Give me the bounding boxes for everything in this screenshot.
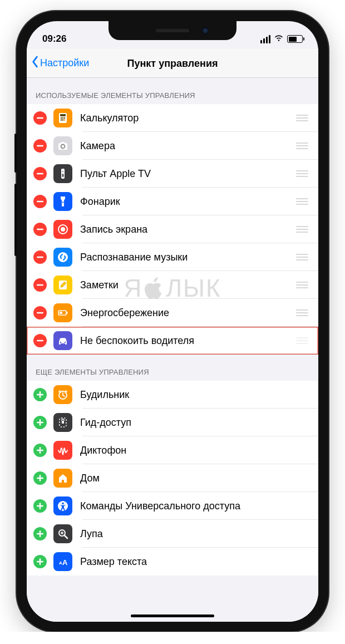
- row-label: Гид-доступ: [80, 417, 318, 429]
- section-header-more: ЕЩЕ ЭЛЕМЕНТЫ УПРАВЛЕНИЯ: [27, 355, 318, 381]
- row-label: Команды Универсального доступа: [80, 500, 318, 512]
- reorder-grip-icon[interactable]: [294, 226, 310, 233]
- add-button[interactable]: [33, 416, 47, 429]
- list-row[interactable]: Камера: [27, 132, 318, 160]
- row-label: Распознавание музыки: [80, 252, 294, 263]
- wifi-icon: [274, 33, 284, 45]
- nav-bar: Настройки Пункт управления: [27, 49, 318, 78]
- list-more: БудильникГид-доступДиктофонДомКоманды Ун…: [27, 381, 318, 576]
- camera-icon: [53, 136, 72, 155]
- back-label: Настройки: [40, 57, 89, 69]
- remove-button[interactable]: [33, 278, 47, 292]
- phone-frame: 09:26 Настройки Пункт управления ИСПОЛЬЗ…: [17, 11, 328, 632]
- battery-icon: [287, 35, 303, 43]
- row-label: Будильник: [80, 389, 318, 401]
- chevron-left-icon: [31, 56, 39, 71]
- reorder-grip-icon[interactable]: [294, 309, 310, 316]
- row-label: Заметки: [80, 279, 294, 291]
- remove-button[interactable]: [33, 167, 47, 180]
- list-row[interactable]: Заметки: [27, 271, 318, 299]
- alarm-icon: [53, 385, 72, 404]
- list-row[interactable]: Будильник: [27, 381, 318, 409]
- textsize-icon: [53, 552, 72, 571]
- list-row[interactable]: Гид-доступ: [27, 409, 318, 436]
- reorder-grip-icon[interactable]: [294, 170, 310, 177]
- reorder-grip-icon[interactable]: [294, 337, 310, 344]
- remove-button[interactable]: [33, 139, 47, 153]
- cellular-icon: [260, 35, 270, 43]
- list-row[interactable]: Фонарик: [27, 188, 318, 215]
- list-row[interactable]: Размер текста: [27, 548, 318, 576]
- add-button[interactable]: [33, 527, 47, 540]
- row-label: Фонарик: [80, 196, 294, 208]
- content: Настройки Пункт управления ИСПОЛЬЗУЕМЫЕ …: [27, 49, 318, 622]
- list-included: КалькуляторКамераПульт Apple TVФонарикЗа…: [27, 104, 318, 355]
- shazam-icon: [53, 248, 72, 267]
- remove-button[interactable]: [33, 306, 47, 319]
- remove-button[interactable]: [33, 334, 47, 347]
- section-header-included: ИСПОЛЬЗУЕМЫЕ ЭЛЕМЕНТЫ УПРАВЛЕНИЯ: [27, 78, 318, 104]
- battery-icon: [53, 303, 72, 322]
- access-icon: [53, 496, 72, 515]
- list-row[interactable]: Дом: [27, 464, 318, 492]
- reorder-grip-icon[interactable]: [294, 282, 310, 288]
- list-row[interactable]: Диктофон: [27, 436, 318, 464]
- row-label: Размер текста: [80, 556, 318, 568]
- remove-button[interactable]: [33, 223, 47, 236]
- reorder-grip-icon[interactable]: [294, 142, 310, 149]
- remove-button[interactable]: [33, 250, 47, 264]
- remove-button[interactable]: [33, 111, 47, 125]
- front-camera: [202, 27, 209, 34]
- voice-icon: [53, 441, 72, 460]
- car-icon: [53, 331, 72, 350]
- row-label: Дом: [80, 473, 318, 484]
- row-label: Пульт Apple TV: [80, 168, 294, 180]
- add-button[interactable]: [33, 555, 47, 568]
- list-row[interactable]: Лупа: [27, 520, 318, 548]
- add-button[interactable]: [33, 388, 47, 401]
- add-button[interactable]: [33, 499, 47, 513]
- row-label: Диктофон: [80, 445, 318, 456]
- row-label: Лупа: [80, 528, 318, 540]
- row-label: Не беспокоить водителя: [80, 335, 294, 347]
- list-row[interactable]: Энергосбережение: [27, 299, 318, 327]
- list-row[interactable]: Команды Универсального доступа: [27, 492, 318, 520]
- list-row[interactable]: Не беспокоить водителя: [27, 327, 318, 355]
- row-label: Камера: [80, 140, 294, 152]
- speaker-grill: [156, 29, 189, 32]
- list-row[interactable]: Распознавание музыки: [27, 243, 318, 271]
- reorder-grip-icon[interactable]: [294, 115, 310, 121]
- flashlight-icon: [53, 192, 72, 211]
- statusbar-right: [260, 33, 303, 45]
- row-label: Запись экрана: [80, 224, 294, 235]
- record-icon: [53, 220, 72, 239]
- list-row[interactable]: Калькулятор: [27, 104, 318, 132]
- statusbar-time: 09:26: [42, 33, 66, 45]
- notch: [109, 21, 236, 40]
- list-row[interactable]: Запись экрана: [27, 215, 318, 243]
- nav-title: Пункт управления: [127, 57, 218, 69]
- remote-icon: [53, 164, 72, 183]
- calculator-icon: [53, 109, 72, 127]
- add-button[interactable]: [33, 444, 47, 457]
- reorder-grip-icon[interactable]: [294, 198, 310, 205]
- notes-icon: [53, 276, 72, 294]
- row-label: Калькулятор: [80, 112, 294, 124]
- row-label: Энергосбережение: [80, 307, 294, 319]
- back-button[interactable]: Настройки: [31, 56, 89, 71]
- screen: 09:26 Настройки Пункт управления ИСПОЛЬЗ…: [27, 21, 318, 622]
- magnify-icon: [53, 524, 72, 543]
- add-button[interactable]: [33, 471, 47, 485]
- guided-icon: [53, 413, 72, 432]
- home-icon: [53, 469, 72, 488]
- reorder-grip-icon[interactable]: [294, 254, 310, 260]
- list-row[interactable]: Пульт Apple TV: [27, 160, 318, 188]
- remove-button[interactable]: [33, 195, 47, 208]
- home-indicator[interactable]: [131, 614, 214, 617]
